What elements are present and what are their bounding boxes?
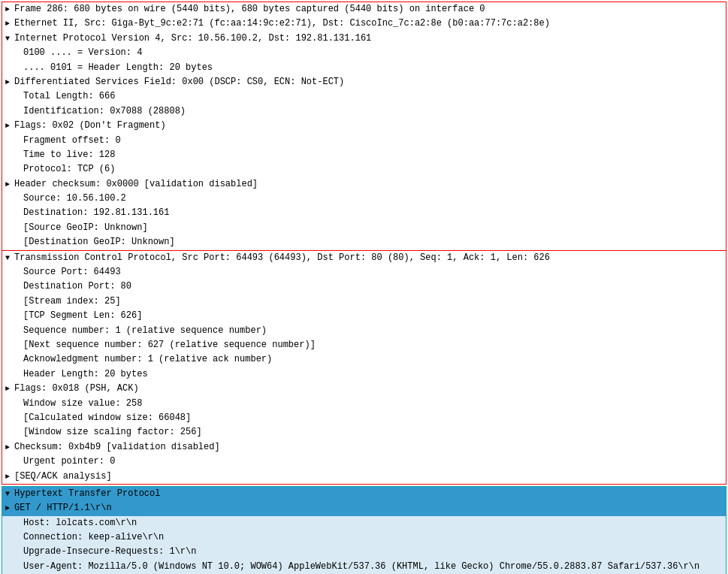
tcp-winsize-text: Window size value: 258 xyxy=(23,398,142,409)
tcp-urg-line: Urgent pointer: 0 xyxy=(2,455,726,469)
tcp-checksum-line[interactable]: ►Checksum: 0xb4b9 [validation disabled] xyxy=(2,440,726,455)
ethernet-line[interactable]: ►Ethernet II, Src: Giga-Byt_9c:e2:71 (fc… xyxy=(2,17,726,31)
ip-version-text: 0100 .... = Version: 4 xyxy=(23,47,142,58)
tcp-calcwin-text: [Calculated window size: 66048] xyxy=(23,412,191,423)
tcp-winscale-text: [Window size scaling factor: 256] xyxy=(23,427,202,437)
destination-line: Destination: 192.81.131.161 xyxy=(2,206,726,220)
tcp-hdrlen-text: Header Length: 20 bytes xyxy=(23,369,148,379)
tcp-seglen-line: [TCP Segment Len: 626] xyxy=(2,309,726,323)
ip-flags-arrow: ► xyxy=(5,121,14,132)
tcp-checksum-text: Checksum: 0xb4b9 [validation disabled] xyxy=(14,442,220,452)
tcp-srcport-text: Source Port: 64493 xyxy=(23,267,121,277)
frame-line[interactable]: ►Frame 286: 680 bytes on wire (5440 bits… xyxy=(2,2,726,17)
packet-detail-panel: ►Frame 286: 680 bytes on wire (5440 bits… xyxy=(0,0,728,574)
ident-line: Identification: 0x7088 (28808) xyxy=(2,104,726,119)
tcp-seqack-text: [SEQ/ACK analysis] xyxy=(14,471,112,482)
source-line: Source: 10.56.100.2 xyxy=(2,192,726,206)
frame-text: Frame 286: 680 bytes on wire (5440 bits)… xyxy=(14,4,485,14)
tcp-flags-text: Flags: 0x018 (PSH, ACK) xyxy=(14,383,139,394)
ttl-line: Time to live: 128 xyxy=(2,148,726,162)
destination-text: Destination: 192.81.131.161 xyxy=(23,207,169,218)
tcp-nextseq-line: [Next sequence number: 627 (relative seq… xyxy=(2,338,726,352)
http-panel: ▼Hypertext Transfer Protocol ►GET / HTTP… xyxy=(2,486,726,574)
tcp-header-text: Transmission Control Protocol, Src Port:… xyxy=(14,252,550,263)
ip-flags-text: Flags: 0x02 (Don't Fragment) xyxy=(14,120,166,131)
http-host-text: Host: lolcats.com\r\n xyxy=(23,518,137,528)
ip-flags-line[interactable]: ►Flags: 0x02 (Don't Fragment) xyxy=(2,119,726,133)
dst-geoip-text: [Destination GeoIP: Unknown] xyxy=(23,237,175,247)
dst-geoip-line: [Destination GeoIP: Unknown] xyxy=(2,235,726,249)
http-ua-line: User-Agent: Mozilla/5.0 (Windows NT 10.0… xyxy=(2,560,726,574)
tcp-ack-text: Acknowledgment number: 1 (relative ack n… xyxy=(23,354,272,364)
hdr-checksum-text: Header checksum: 0x0000 [validation disa… xyxy=(14,179,258,189)
http-upgrade-text: Upgrade-Insecure-Requests: 1\r\n xyxy=(23,546,196,557)
http-get-line[interactable]: ►GET / HTTP/1.1\r\n xyxy=(2,501,726,515)
dsf-text: Differentiated Services Field: 0x00 (DSC… xyxy=(14,77,344,87)
ip-headerlen-line: .... 0101 = Header Length: 20 bytes xyxy=(2,61,726,75)
protocol-text: Protocol: TCP (6) xyxy=(23,164,115,174)
tcp-hdrlen-line: Header Length: 20 bytes xyxy=(2,367,726,382)
http-header-line[interactable]: ▼Hypertext Transfer Protocol xyxy=(2,487,726,501)
tcp-flags-arrow: ► xyxy=(5,384,14,395)
ip-arrow: ▼ xyxy=(5,34,14,45)
tcp-header-line[interactable]: ▼Transmission Control Protocol, Src Port… xyxy=(2,251,726,265)
tcp-ack-line: Acknowledgment number: 1 (relative ack n… xyxy=(2,352,726,367)
frag-offset-text: Fragment offset: 0 xyxy=(23,135,121,146)
tcp-calcwin-line: [Calculated window size: 66048] xyxy=(2,411,726,425)
http-get-arrow: ► xyxy=(5,503,14,515)
tcp-dstport-line: Destination Port: 80 xyxy=(2,279,726,294)
http-host-line: Host: lolcats.com\r\n xyxy=(2,516,726,530)
src-geoip-line: [Source GeoIP: Unknown] xyxy=(2,221,726,235)
tcp-checksum-arrow: ► xyxy=(5,443,14,454)
http-conn-text: Connection: keep-alive\r\n xyxy=(23,532,164,542)
total-len-text: Total Length: 666 xyxy=(23,91,115,101)
tcp-header-arrow: ▼ xyxy=(5,253,14,264)
http-get-text: GET / HTTP/1.1\r\n xyxy=(14,503,112,513)
http-ua-text: User-Agent: Mozilla/5.0 (Windows NT 10.0… xyxy=(23,561,699,572)
tcp-urg-text: Urgent pointer: 0 xyxy=(23,456,115,467)
tcp-seq-text: Sequence number: 1 (relative sequence nu… xyxy=(23,325,267,336)
tcp-winsize-line: Window size value: 258 xyxy=(2,397,726,411)
frag-offset-line: Fragment offset: 0 xyxy=(2,134,726,148)
tcp-stream-line: [Stream index: 25] xyxy=(2,295,726,309)
hdr-checksum-arrow: ► xyxy=(5,180,14,191)
frame-ethernet-ip-panel: ►Frame 286: 680 bytes on wire (5440 bits… xyxy=(2,2,726,251)
src-geoip-text: [Source GeoIP: Unknown] xyxy=(23,222,148,233)
http-header-arrow: ▼ xyxy=(5,489,14,500)
ethernet-arrow: ► xyxy=(5,19,14,30)
ttl-text: Time to live: 128 xyxy=(23,150,115,160)
dsf-arrow: ► xyxy=(5,77,14,89)
http-conn-line: Connection: keep-alive\r\n xyxy=(2,530,726,545)
frame-arrow: ► xyxy=(5,5,14,16)
http-header-text: Hypertext Transfer Protocol xyxy=(14,488,160,499)
tcp-srcport-line: Source Port: 64493 xyxy=(2,265,726,279)
ip-text: Internet Protocol Version 4, Src: 10.56.… xyxy=(14,33,371,44)
ident-text: Identification: 0x7088 (28808) xyxy=(23,106,186,116)
ethernet-text: Ethernet II, Src: Giga-Byt_9c:e2:71 (fc:… xyxy=(14,18,550,29)
tcp-winscale-line: [Window size scaling factor: 256] xyxy=(2,425,726,440)
protocol-line: Protocol: TCP (6) xyxy=(2,162,726,177)
tcp-seglen-text: [TCP Segment Len: 626] xyxy=(23,310,142,321)
hdr-checksum-line[interactable]: ►Header checksum: 0x0000 [validation dis… xyxy=(2,177,726,192)
tcp-dstport-text: Destination Port: 80 xyxy=(23,281,131,292)
source-text: Source: 10.56.100.2 xyxy=(23,193,126,204)
tcp-panel: ▼Transmission Control Protocol, Src Port… xyxy=(2,251,726,485)
ip-version-line: 0100 .... = Version: 4 xyxy=(2,46,726,60)
dsf-line[interactable]: ►Differentiated Services Field: 0x00 (DS… xyxy=(2,75,726,89)
ip-headerlen-text: .... 0101 = Header Length: 20 bytes xyxy=(23,62,213,73)
tcp-stream-text: [Stream index: 25] xyxy=(23,296,121,307)
tcp-flags-line[interactable]: ►Flags: 0x018 (PSH, ACK) xyxy=(2,382,726,396)
tcp-seq-line: Sequence number: 1 (relative sequence nu… xyxy=(2,324,726,338)
tcp-seqack-arrow: ► xyxy=(5,472,14,483)
total-len-line: Total Length: 666 xyxy=(2,89,726,104)
tcp-seqack-line[interactable]: ►[SEQ/ACK analysis] xyxy=(2,470,726,484)
ip-header-line[interactable]: ▼Internet Protocol Version 4, Src: 10.56… xyxy=(2,32,726,46)
http-upgrade-line: Upgrade-Insecure-Requests: 1\r\n xyxy=(2,545,726,559)
tcp-nextseq-text: [Next sequence number: 627 (relative seq… xyxy=(23,340,316,350)
